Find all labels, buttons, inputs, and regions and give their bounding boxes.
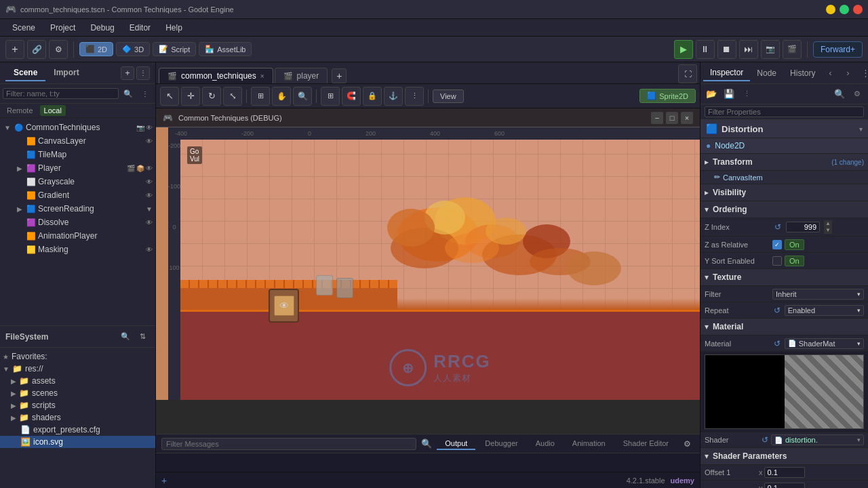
pan-tool[interactable]: ✋ bbox=[272, 87, 291, 106]
fs-assets[interactable]: ▶ 📁 assets bbox=[0, 375, 155, 387]
zindex-down[interactable]: ▼ bbox=[824, 227, 832, 234]
tree-item-grayscale[interactable]: ▶ ⬜ Grayscale 👁 bbox=[0, 175, 155, 188]
filter-advanced[interactable]: ⚙ bbox=[849, 86, 865, 102]
view-button[interactable]: View bbox=[433, 89, 464, 103]
section-material[interactable]: ▾ Material bbox=[701, 319, 868, 336]
grid-button[interactable]: ⊞ bbox=[321, 87, 340, 106]
zrelative-checkbox[interactable]: ✓ bbox=[772, 240, 782, 249]
material-reset-button[interactable]: ↺ bbox=[772, 338, 782, 349]
shader-dropdown[interactable]: 📄 distortion. ▾ bbox=[771, 434, 864, 445]
tab-inspector[interactable]: Inspector bbox=[703, 65, 750, 81]
shader-reset-icon[interactable]: ↺ bbox=[762, 435, 768, 445]
debug-min[interactable]: − bbox=[651, 112, 663, 124]
zindex-reset-button[interactable]: ↺ bbox=[772, 222, 783, 232]
mode-3d-button[interactable]: 🔷 3D bbox=[116, 42, 150, 56]
menu-help[interactable]: Help bbox=[159, 22, 189, 34]
play-button[interactable]: ▶ bbox=[674, 40, 693, 59]
sprite2d-button[interactable]: 🟦 Sprite2D bbox=[639, 89, 696, 103]
fs-scripts[interactable]: ▶ 📁 scripts bbox=[0, 399, 155, 411]
bottom-search-button[interactable]: 🔍 bbox=[419, 436, 434, 451]
scene-options-button[interactable]: ⋮ bbox=[136, 66, 150, 80]
camera-button[interactable]: 📷 bbox=[761, 40, 780, 59]
tab-output[interactable]: Output bbox=[437, 438, 475, 450]
menu-scene[interactable]: Scene bbox=[5, 22, 42, 34]
fs-export-presets[interactable]: 📄 export_presets.cfg bbox=[0, 424, 155, 436]
section-distortion[interactable]: 🟦 Distortion ▾ bbox=[701, 120, 868, 138]
tree-item-canvaslayer[interactable]: ▶ 🟧 CanvasLayer 👁 bbox=[0, 134, 155, 148]
inspector-options[interactable]: ⋮ bbox=[857, 65, 868, 81]
scene-filter-input[interactable] bbox=[3, 88, 119, 99]
section-visibility[interactable]: ▸ Visibility bbox=[701, 184, 868, 201]
forward-plus-button[interactable]: Forward+ bbox=[813, 41, 863, 58]
offset-y-input[interactable] bbox=[764, 483, 805, 488]
repeat-reset-button[interactable]: ↺ bbox=[772, 305, 782, 316]
debug-max[interactable]: □ bbox=[666, 112, 678, 124]
fs-search-button[interactable]: 🔍 bbox=[118, 329, 133, 344]
snap-button[interactable]: 🧲 bbox=[342, 87, 361, 106]
tab-scene[interactable]: Scene bbox=[5, 65, 45, 81]
bottom-filter-input[interactable] bbox=[161, 438, 416, 450]
filter-dropdown[interactable]: Inherit ▾ bbox=[772, 289, 864, 300]
filter-search-icon[interactable]: 🔍 bbox=[121, 86, 136, 101]
link-button[interactable]: 🔗 bbox=[27, 40, 46, 59]
tab-player[interactable]: 🎬 player bbox=[275, 68, 328, 83]
zindex-input[interactable] bbox=[786, 222, 820, 232]
tree-item-tilemap[interactable]: ▶ 🟦 TileMap bbox=[0, 148, 155, 161]
tab-node[interactable]: Node bbox=[750, 66, 783, 81]
menu-project[interactable]: Project bbox=[43, 22, 82, 34]
minimize-button[interactable] bbox=[826, 5, 835, 14]
fullscreen-button[interactable]: ⛶ bbox=[678, 64, 697, 83]
close-button[interactable] bbox=[853, 5, 863, 14]
tab-common-techniques[interactable]: 🎬 common_techniques × bbox=[159, 68, 273, 83]
debug-close[interactable]: × bbox=[681, 112, 693, 124]
skeleton-button[interactable]: ⋮ bbox=[405, 87, 424, 106]
tree-item-animationplayer[interactable]: ▶ 🟧 AnimationPlayer bbox=[0, 229, 155, 243]
step-button[interactable]: ⏭ bbox=[739, 40, 758, 59]
pause-button[interactable]: ⏸ bbox=[696, 40, 715, 59]
add-scene-button[interactable]: + bbox=[121, 66, 134, 80]
add-node-button[interactable]: + bbox=[5, 40, 24, 59]
script-button[interactable]: 📝 Script bbox=[153, 42, 196, 56]
stop-button[interactable]: ⏹ bbox=[717, 40, 736, 59]
move-tool[interactable]: ✛ bbox=[181, 87, 200, 106]
transform-tool[interactable]: ⊞ bbox=[251, 87, 270, 106]
zindex-up[interactable]: ▲ bbox=[824, 220, 832, 227]
inspector-more[interactable]: ⋮ bbox=[738, 86, 755, 102]
assetlib-button[interactable]: 🏪 AssetLib bbox=[199, 42, 252, 56]
tree-item-player[interactable]: ▶ 🟪 Player 🎬 📦 👁 bbox=[0, 161, 155, 175]
inspector-save[interactable]: 💾 bbox=[721, 86, 737, 102]
close-tab-common[interactable]: × bbox=[260, 73, 264, 80]
mode-2d-button[interactable]: ⬛ 2D bbox=[79, 42, 113, 56]
fs-icon-svg[interactable]: 🖼️ icon.svg bbox=[0, 436, 155, 448]
movie-button[interactable]: 🎬 bbox=[783, 40, 802, 59]
section-texture[interactable]: ▾ Texture bbox=[701, 269, 868, 286]
repeat-dropdown[interactable]: Enabled ▾ bbox=[785, 305, 864, 316]
filter-more-button[interactable]: ⋮ bbox=[138, 86, 153, 101]
tree-item-common-techniques[interactable]: ▼ 🔵 CommonTechniques 📷 👁 bbox=[0, 121, 155, 134]
tab-history[interactable]: History bbox=[783, 66, 822, 81]
tab-shader-editor[interactable]: Shader Editor bbox=[615, 438, 677, 450]
add-tab-button[interactable]: + bbox=[332, 68, 347, 83]
tab-debugger[interactable]: Debugger bbox=[477, 438, 526, 450]
tree-item-gradient[interactable]: ▶ 🟧 Gradient 👁 bbox=[0, 188, 155, 202]
fs-favorites[interactable]: ★ Favorites: bbox=[0, 350, 155, 363]
menu-editor[interactable]: Editor bbox=[123, 22, 157, 34]
fs-shaders[interactable]: ▶ 📁 shaders bbox=[0, 411, 155, 424]
fs-scenes[interactable]: ▶ 📁 scenes bbox=[0, 387, 155, 399]
lock-button[interactable]: 🔒 bbox=[363, 87, 382, 106]
rotate-tool[interactable]: ↻ bbox=[202, 87, 221, 106]
fs-res[interactable]: ▼ 📁 res:// bbox=[0, 363, 155, 375]
prev-button[interactable]: ‹ bbox=[822, 65, 838, 81]
filter-properties-input[interactable] bbox=[705, 106, 864, 117]
menu-debug[interactable]: Debug bbox=[83, 22, 121, 34]
inspector-back[interactable]: 📂 bbox=[703, 86, 719, 102]
section-ordering[interactable]: ▾ Ordering bbox=[701, 201, 868, 218]
fs-sort-button[interactable]: ⇅ bbox=[135, 329, 150, 344]
next-button[interactable]: › bbox=[840, 65, 856, 81]
tree-item-masking[interactable]: ▶ 🟨 Masking 👁 bbox=[0, 243, 155, 256]
ysort-checkbox[interactable] bbox=[772, 256, 782, 266]
bottom-more-button[interactable]: ⚙ bbox=[679, 436, 694, 451]
tab-animation[interactable]: Animation bbox=[564, 438, 614, 450]
tab-audio[interactable]: Audio bbox=[528, 438, 563, 450]
material-dropdown[interactable]: 📄 ShaderMat ▾ bbox=[785, 338, 864, 349]
